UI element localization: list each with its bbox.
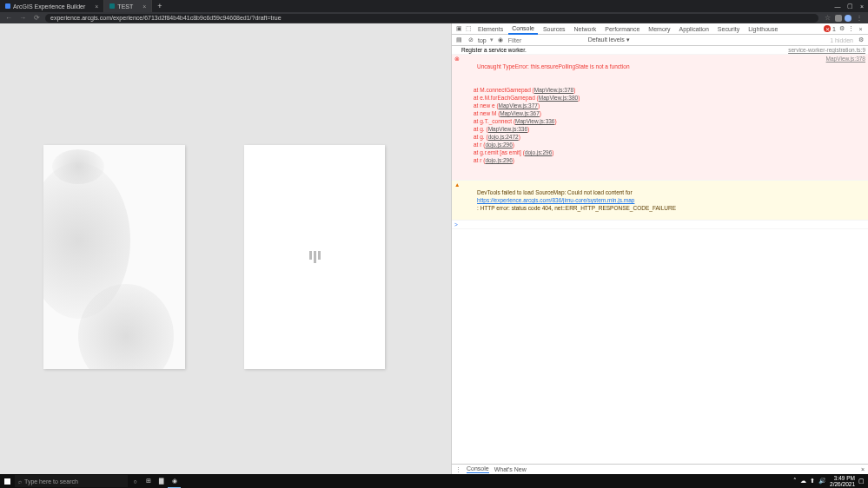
stack-trace: at M.connectGamepad (MapView.js:378)at e… — [461, 86, 826, 164]
browser-tab-1[interactable]: TEST × — [104, 0, 152, 12]
stack-frame[interactable]: at r (dojo.js:296) — [474, 141, 826, 148]
stack-frame[interactable]: at g.T._connect (MapView.js:336) — [474, 117, 826, 125]
close-icon[interactable]: × — [95, 3, 98, 10]
volume-icon[interactable]: 🔊 — [818, 478, 826, 485]
clear-console-icon[interactable]: ⊘ — [467, 36, 474, 43]
windows-logo-icon — [4, 478, 10, 485]
loading-spinner-icon — [309, 251, 321, 263]
star-icon[interactable]: ☆ — [822, 14, 832, 22]
tab-application[interactable]: Application — [676, 23, 712, 35]
tab-memory[interactable]: Memory — [645, 23, 673, 35]
error-icon: ⊗ — [454, 55, 461, 180]
extensions-icon[interactable] — [835, 15, 842, 22]
console-toolbar: ▤ ⊘ top ▾ ◉ Default levels ▾ 1 hidden ⚙ — [452, 35, 868, 46]
stack-frame[interactable]: at M.connectGamepad (MapView.js:378) — [474, 86, 826, 94]
inspect-icon[interactable]: ▣ — [455, 25, 463, 32]
warn-post: : HTTP error: status code 404, net::ERR_… — [477, 205, 676, 211]
tab-title: TEST — [117, 3, 133, 10]
settings-gear-icon[interactable]: ⚙ — [857, 36, 865, 43]
tab-performance[interactable]: Performance — [601, 23, 643, 35]
reload-button[interactable]: ⟳ — [31, 14, 42, 22]
clock-date: 2/26/2021 — [830, 481, 855, 487]
tab-console[interactable]: Console — [508, 23, 538, 35]
tray-chevron-icon[interactable]: ˄ — [793, 478, 797, 485]
cloud-icon[interactable]: ☁ — [800, 478, 806, 485]
drawer-tab-whatsnew[interactable]: What's New — [494, 466, 527, 472]
devtools-drawer: ⋮ Console What's New × — [452, 464, 868, 474]
hidden-count[interactable]: 1 hidden — [830, 37, 853, 43]
menu-icon[interactable]: ⋮ — [854, 14, 865, 22]
log-levels-selector[interactable]: Default levels ▾ — [588, 36, 630, 43]
windows-taskbar: ⌕ Type here to search ○ ⊞ ▇ ◉ ˄ ☁ ⬆ 🔊 3:… — [0, 474, 868, 488]
address-bar: ← → ⟳ experience.arcgis.com/experience/6… — [0, 12, 868, 23]
stack-frame[interactable]: at e.M.forEachGamepad (MapView.js:380) — [474, 94, 826, 102]
search-icon: ⌕ — [18, 478, 22, 485]
close-icon[interactable]: × — [142, 3, 146, 10]
map-widget-2[interactable] — [244, 145, 385, 369]
close-button[interactable]: × — [856, 0, 868, 12]
start-button[interactable] — [0, 474, 14, 488]
drawer-menu-icon[interactable]: ⋮ — [455, 466, 461, 473]
console-prompt[interactable]: > — [452, 221, 868, 229]
console-output[interactable]: Register a service worker. service-worke… — [452, 46, 868, 464]
page-content: ▣ ⬚ Elements Console Sources Network Per… — [0, 23, 868, 474]
eye-icon[interactable]: ◉ — [497, 36, 505, 43]
map-widget-1[interactable] — [43, 145, 185, 369]
devtools-header: ▣ ⬚ Elements Console Sources Network Per… — [452, 23, 868, 35]
system-tray: ˄ ☁ ⬆ 🔊 3:49 PM 2/26/2021 ▢ — [793, 475, 868, 487]
task-view-icon[interactable]: ⊞ — [142, 474, 155, 488]
clock-time: 3:49 PM — [830, 475, 855, 481]
taskbar-search[interactable]: ⌕ Type here to search — [15, 475, 128, 487]
minimize-button[interactable]: — — [832, 0, 844, 12]
new-tab-button[interactable]: + — [152, 2, 167, 10]
drawer-tab-console[interactable]: Console — [467, 465, 489, 473]
device-toggle-icon[interactable]: ⬚ — [465, 25, 473, 32]
tab-elements[interactable]: Elements — [474, 23, 507, 35]
stack-frame[interactable]: at new M (MapView.js:367) — [474, 109, 826, 117]
log-error: ⊗ Uncaught TypeError: this.ensurePolling… — [452, 55, 868, 181]
log-source-link[interactable]: MapView.js:378 — [826, 55, 865, 180]
url-input[interactable]: experience.arcgis.com/experience/6713d2f… — [45, 14, 818, 23]
drawer-close-icon[interactable]: × — [861, 466, 865, 472]
warn-link[interactable]: https://experience.arcgis.com/836/jimu-c… — [477, 197, 634, 203]
url-text: experience.arcgis.com/experience/6713d2f… — [50, 15, 282, 21]
log-warning: ▲ DevTools failed to load SourceMap: Cou… — [452, 181, 868, 221]
maximize-button[interactable]: ▢ — [844, 0, 856, 12]
devtools-panel: ▣ ⬚ Elements Console Sources Network Per… — [451, 23, 868, 474]
hillshade-basemap — [43, 145, 185, 369]
browser-tab-0[interactable]: ArcGIS Experience Builder × — [0, 0, 104, 12]
tab-network[interactable]: Network — [571, 23, 600, 35]
stack-frame[interactable]: at g. (MapView.js:336) — [474, 125, 826, 133]
window-controls: — ▢ × — [832, 0, 868, 12]
stack-frame[interactable]: at new e (MapView.js:377) — [474, 102, 826, 109]
settings-icon[interactable]: ⚙ — [838, 25, 845, 32]
error-message: Uncaught TypeError: this.ensurePollingSt… — [477, 63, 629, 69]
stack-frame[interactable]: at g.r.emit [as emit] (dojo.js:296) — [474, 148, 826, 156]
context-selector[interactable]: top — [478, 37, 487, 43]
file-explorer-icon[interactable]: ▇ — [155, 474, 168, 488]
warning-icon: ▲ — [454, 181, 461, 220]
stack-frame[interactable]: at g. (dojo.js:2472) — [474, 133, 826, 141]
chrome-taskbar-icon[interactable]: ◉ — [168, 474, 181, 488]
log-source-link[interactable]: service-worker-registration.ts:9 — [788, 46, 865, 54]
sidebar-toggle-icon[interactable]: ▤ — [455, 36, 463, 43]
stack-frame[interactable]: at r (dojo.js:296) — [474, 156, 826, 164]
error-counter[interactable]: ✕ 1 ⚙ ⋮ × — [824, 25, 865, 32]
filter-input[interactable] — [508, 37, 585, 43]
tab-title: ArcGIS Experience Builder — [13, 3, 85, 10]
tab-sources[interactable]: Sources — [540, 23, 569, 35]
cortana-icon[interactable]: ○ — [129, 474, 142, 488]
tab-lighthouse[interactable]: Lighthouse — [745, 23, 781, 35]
profile-icon[interactable] — [845, 15, 851, 22]
close-devtools-icon[interactable]: × — [857, 26, 865, 32]
notifications-icon[interactable]: ▢ — [858, 478, 865, 485]
more-icon[interactable]: ⋮ — [847, 25, 855, 32]
back-button[interactable]: ← — [3, 14, 14, 22]
tab-security[interactable]: Security — [714, 23, 743, 35]
network-icon[interactable]: ⬆ — [810, 478, 815, 485]
prompt-icon: > — [454, 221, 461, 228]
favicon-icon — [109, 3, 115, 9]
forward-button[interactable]: → — [17, 14, 28, 22]
taskbar-clock[interactable]: 3:49 PM 2/26/2021 — [830, 475, 855, 487]
warn-pre: DevTools failed to load SourceMap: Could… — [477, 189, 633, 195]
